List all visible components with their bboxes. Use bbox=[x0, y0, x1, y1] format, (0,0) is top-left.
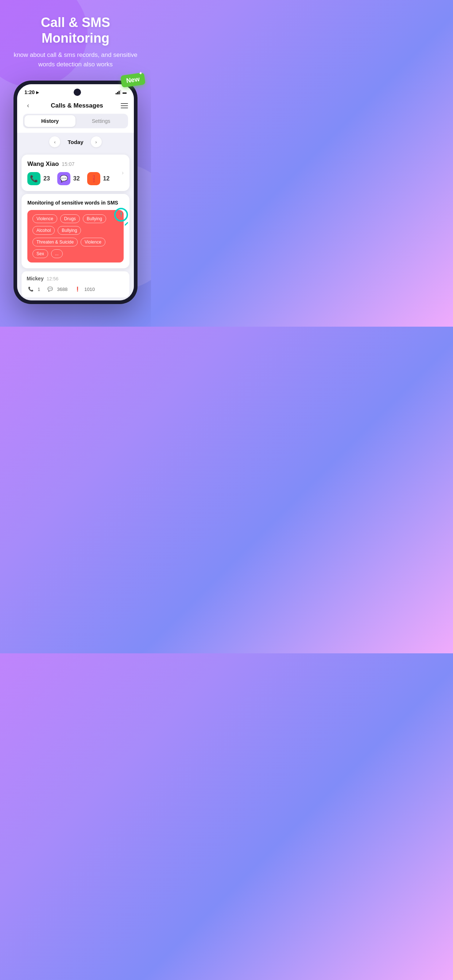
alert-count: 12 bbox=[103, 175, 110, 182]
contact-stats: 📞 23 💬 32 ❗ 12 bbox=[27, 172, 124, 185]
alert-icon: ❗ bbox=[87, 172, 100, 185]
location-icon: ▶ bbox=[36, 91, 39, 94]
mickey-message-stat: 💬 3688 bbox=[46, 285, 67, 293]
contact-time: 15:07 bbox=[62, 161, 74, 167]
date-nav: ‹ Today › bbox=[17, 133, 134, 152]
front-camera bbox=[74, 89, 81, 96]
contact-card-wang-xiao[interactable]: Wang Xiao 15:07 📞 23 💬 32 ❗ bbox=[22, 154, 129, 191]
status-bar-left: 1:20 ▶ bbox=[24, 89, 39, 95]
message-count: 32 bbox=[73, 175, 80, 182]
status-time: 1:20 bbox=[24, 89, 35, 95]
call-icon: 📞 bbox=[27, 172, 40, 185]
battery-icon: ▬ bbox=[123, 90, 126, 94]
mickey-stats: 📞 1 💬 3688 ❗ 1010 bbox=[27, 285, 124, 293]
screen-content: Wang Xiao 15:07 📞 23 💬 32 ❗ bbox=[17, 152, 134, 301]
alert-stat: ❗ 12 bbox=[87, 172, 110, 185]
tag-violence-2: Violence bbox=[81, 238, 105, 247]
mickey-call-icon: 📞 bbox=[27, 285, 35, 293]
tag-violence-1: Violence bbox=[32, 215, 57, 223]
mickey-time: 12:56 bbox=[47, 276, 59, 282]
hero-subtitle: know about call & sms records, and sensi… bbox=[7, 50, 144, 69]
tag-threaten: Threaten & Suicide bbox=[32, 238, 78, 247]
phone-frame: New 1:20 ▶ ▬ bbox=[13, 81, 137, 304]
mickey-alert-stat: ❗ 1010 bbox=[73, 285, 95, 293]
tag-sex: Sex bbox=[32, 250, 48, 258]
tab-switcher: History Settings bbox=[17, 114, 134, 133]
mickey-alert-count: 1010 bbox=[84, 286, 95, 292]
tab-settings[interactable]: Settings bbox=[75, 115, 126, 127]
contact-card-mickey[interactable]: Mickey 12:56 📞 1 💬 3688 ❗ bbox=[22, 271, 129, 298]
sensitive-title: Monitoring of sensitive words in SMS bbox=[27, 200, 124, 205]
mickey-alert-icon: ❗ bbox=[73, 285, 81, 293]
message-stat: 💬 32 bbox=[57, 172, 80, 185]
tab-inner: History Settings bbox=[23, 114, 128, 128]
chevron-right-icon: › bbox=[122, 170, 124, 176]
date-next-button[interactable]: › bbox=[91, 136, 102, 147]
mickey-call-stat: 📞 1 bbox=[27, 285, 40, 293]
magnifier-handle bbox=[124, 222, 128, 226]
tag-bullying-2: Bullying bbox=[57, 226, 81, 235]
magnifier-exclaim: ! bbox=[120, 211, 122, 218]
app-header: ‹ Calls & Messages bbox=[17, 98, 134, 114]
call-count: 23 bbox=[43, 175, 50, 182]
tag-drugs: Drugs bbox=[60, 215, 80, 223]
phone-screen: 1:20 ▶ ▬ ‹ Calls & Messages bbox=[17, 84, 134, 301]
menu-button[interactable] bbox=[121, 103, 128, 108]
mickey-call-count: 1 bbox=[38, 286, 40, 292]
signal-bars bbox=[116, 90, 121, 94]
tag-more: ... bbox=[51, 250, 63, 258]
tag-alcohol: Alcohol bbox=[32, 226, 55, 235]
new-badge: New bbox=[120, 73, 145, 88]
mickey-message-count: 3688 bbox=[57, 286, 67, 292]
mickey-message-icon: 💬 bbox=[46, 285, 54, 293]
magnifier-circle: ! bbox=[114, 208, 128, 222]
hero-title: Call & SMS Monitoring bbox=[7, 14, 144, 46]
sensitive-words-card: Monitoring of sensitive words in SMS Vio… bbox=[22, 194, 129, 268]
message-icon: 💬 bbox=[57, 172, 70, 185]
status-bar: 1:20 ▶ ▬ bbox=[17, 84, 134, 98]
app-title: Calls & Messages bbox=[51, 102, 103, 110]
magnifier-decoration: ! bbox=[114, 208, 128, 222]
sensitive-tags-container: Violence Drugs Bullying Alcohol Bullying… bbox=[27, 210, 124, 262]
back-button[interactable]: ‹ bbox=[23, 102, 33, 110]
mickey-header: Mickey 12:56 bbox=[27, 275, 124, 282]
page-wrapper: Call & SMS Monitoring know about call & … bbox=[0, 0, 151, 319]
contact-header: Wang Xiao 15:07 bbox=[27, 161, 124, 168]
mickey-name: Mickey bbox=[27, 275, 44, 282]
date-prev-button[interactable]: ‹ bbox=[49, 136, 60, 147]
tab-history[interactable]: History bbox=[24, 115, 75, 127]
contact-name: Wang Xiao bbox=[27, 161, 59, 168]
call-stat: 📞 23 bbox=[27, 172, 50, 185]
status-bar-right: ▬ bbox=[116, 90, 126, 94]
date-label: Today bbox=[67, 139, 83, 145]
tag-bullying-1: Bullying bbox=[83, 215, 106, 223]
